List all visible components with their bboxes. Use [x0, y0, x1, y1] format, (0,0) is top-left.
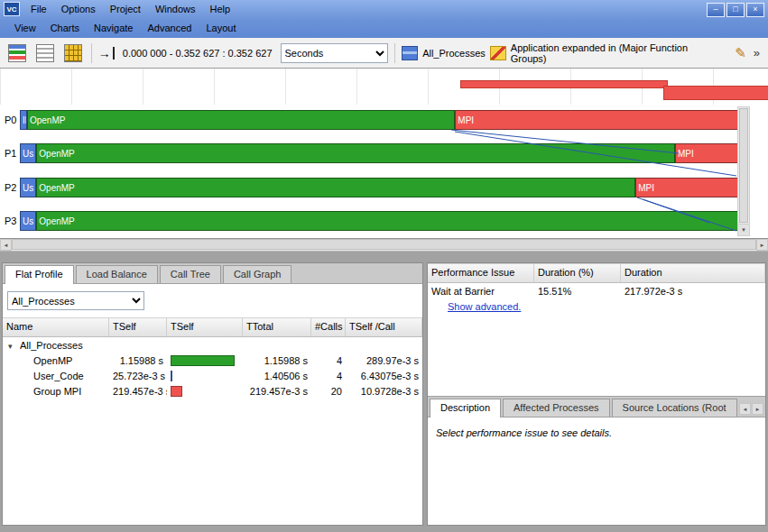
- time-unit-select[interactable]: Seconds: [281, 43, 389, 63]
- tab-load-balance[interactable]: Load Balance: [76, 265, 158, 283]
- issue-duration-pct: 15.51%: [534, 286, 621, 297]
- tself-bar: [171, 386, 182, 397]
- menu-layout[interactable]: Layout: [199, 21, 243, 35]
- event-timeline-chart[interactable]: P0 Il OpenMP MPI P1 Us OpenMP MPI P2 Us …: [0, 105, 768, 239]
- issue-table: Performance Issue Duration (%) Duration …: [428, 263, 765, 396]
- timeline-row-p0[interactable]: Il OpenMP MPI: [20, 110, 738, 130]
- openmp-segment[interactable]: OpenMP: [36, 178, 635, 197]
- tab-scroll-left-button[interactable]: ◄: [739, 403, 751, 415]
- column-header-name[interactable]: Name: [3, 318, 109, 336]
- processes-filter-label[interactable]: All_Processes: [422, 48, 486, 59]
- segment-label: OpenMP: [37, 216, 74, 226]
- menu-charts[interactable]: Charts: [43, 21, 87, 35]
- tab-source-locations[interactable]: Source Locations (Root: [612, 399, 737, 417]
- tab-flat-profile[interactable]: Flat Profile: [5, 265, 74, 284]
- mpi-segment[interactable]: MPI: [455, 110, 738, 130]
- event-timeline-icon[interactable]: [5, 41, 29, 65]
- performance-issue-panel: Performance Issue Duration (%) Duration …: [427, 262, 766, 526]
- column-header-ttotal[interactable]: TTotal: [243, 318, 311, 336]
- flat-profile-header: Name TSelf TSelf TTotal #Calls TSelf /Ca…: [3, 317, 422, 337]
- menu-project[interactable]: Project: [103, 2, 148, 16]
- scroll-right-button[interactable]: ►: [756, 239, 768, 251]
- tself-call-value: 289.97e-3 s: [346, 355, 422, 366]
- group-name: All_Processes: [20, 340, 83, 351]
- restore-button[interactable]: □: [726, 3, 745, 17]
- segment-label: OpenMP: [28, 115, 65, 125]
- timeline-overview[interactable]: [0, 68, 768, 105]
- timeline-horizontal-scrollbar[interactable]: ◄ ►: [0, 239, 768, 252]
- summary-chart-icon[interactable]: [33, 41, 57, 65]
- function-aggregation-icon[interactable]: [490, 46, 506, 60]
- pencil-icon[interactable]: ✎: [735, 45, 746, 61]
- tab-affected-processes[interactable]: Affected Processes: [503, 399, 610, 417]
- segment-label: MPI: [676, 149, 694, 159]
- timeline-row-p3[interactable]: Us OpenMP: [20, 211, 738, 231]
- tself-call-value: 6.43075e-3 s: [346, 371, 422, 381]
- profile-row-group[interactable]: ▾All_Processes: [3, 337, 422, 353]
- openmp-segment[interactable]: OpenMP: [36, 143, 675, 163]
- scroll-down-button[interactable]: ▼: [738, 224, 749, 235]
- mpi-segment[interactable]: MPI: [675, 143, 738, 163]
- toolbar-overflow-button[interactable]: »: [751, 46, 763, 60]
- minimize-button[interactable]: –: [707, 3, 725, 17]
- openmp-segment[interactable]: OpenMP: [27, 110, 455, 130]
- user-code-segment[interactable]: Us: [20, 178, 36, 197]
- column-header-calls[interactable]: #Calls: [311, 318, 346, 336]
- timeline-row-p1[interactable]: Us OpenMP MPI: [20, 143, 738, 163]
- function-name: User_Code: [3, 371, 109, 381]
- processes-filter-icon[interactable]: [402, 46, 418, 60]
- expander-icon[interactable]: ▾: [8, 342, 20, 351]
- goto-time-icon[interactable]: →: [98, 47, 115, 60]
- profile-row-openmp[interactable]: OpenMP 1.15988 s 1.15988 s 4 289.97e-3 s: [3, 353, 422, 368]
- scroll-left-button[interactable]: ◄: [0, 239, 12, 251]
- process-group-select[interactable]: All_Processes: [7, 291, 144, 310]
- segment-label: Us: [21, 216, 33, 226]
- close-button[interactable]: ×: [746, 3, 764, 17]
- issue-table-header: Performance Issue Duration (%) Duration: [428, 263, 765, 283]
- menu-help[interactable]: Help: [203, 2, 238, 16]
- menu-navigate[interactable]: Navigate: [87, 21, 140, 35]
- qualitative-timeline-icon[interactable]: [61, 41, 85, 65]
- issue-row[interactable]: Wait at Barrier 15.51% 217.972e-3 s: [428, 283, 765, 298]
- tab-scroll-buttons: ◄ ►: [739, 403, 765, 417]
- timeline-vertical-scrollbar[interactable]: ▼: [737, 106, 750, 236]
- toolbar-separator: [91, 43, 92, 63]
- menu-windows[interactable]: Windows: [148, 2, 203, 16]
- profile-row-group-mpi[interactable]: Group MPI 219.457e-3 s 219.457e-3 s 20 1…: [3, 383, 422, 399]
- profile-row-user-code[interactable]: User_Code 25.723e-3 s 1.40506 s 4 6.4307…: [3, 368, 422, 383]
- profile-tabs: Flat Profile Load Balance Call Tree Call…: [3, 263, 422, 284]
- tab-call-graph[interactable]: Call Graph: [223, 265, 292, 283]
- menu-advanced[interactable]: Advanced: [140, 21, 199, 35]
- column-header-tself[interactable]: TSelf: [109, 318, 167, 336]
- flat-profile-table: Name TSelf TSelf TTotal #Calls TSelf /Ca…: [3, 317, 422, 399]
- column-header-duration-pct[interactable]: Duration (%): [534, 264, 621, 282]
- tab-scroll-right-button[interactable]: ►: [752, 403, 763, 415]
- column-header-duration[interactable]: Duration: [621, 264, 765, 282]
- user-code-segment[interactable]: Us: [20, 143, 36, 163]
- user-code-segment[interactable]: Us: [20, 211, 36, 231]
- column-header-tself-call[interactable]: TSelf /Call: [346, 318, 422, 336]
- show-advanced-link[interactable]: Show advanced.: [448, 301, 521, 312]
- segment-label: Us: [21, 183, 33, 193]
- user-code-segment[interactable]: Il: [20, 110, 27, 130]
- ttotal-value: 1.40506 s: [243, 371, 311, 381]
- menu-view[interactable]: View: [7, 21, 43, 35]
- segment-label: Us: [21, 149, 33, 159]
- function-aggregation-label[interactable]: Application expanded in (Major Function …: [511, 42, 726, 64]
- timeline-row-p2[interactable]: Us OpenMP MPI: [20, 178, 738, 197]
- summary-chart-icon-art: [36, 44, 54, 62]
- tab-description[interactable]: Description: [430, 399, 501, 417]
- column-header-tself-bar[interactable]: TSelf: [167, 318, 243, 336]
- openmp-segment[interactable]: OpenMP: [36, 211, 738, 231]
- scrollbar-thumb[interactable]: [12, 239, 756, 250]
- tself-value: 25.723e-3 s: [109, 371, 167, 381]
- tab-call-tree[interactable]: Call Tree: [160, 265, 221, 283]
- menu-options[interactable]: Options: [54, 2, 103, 16]
- menu-file[interactable]: File: [23, 2, 54, 16]
- column-header-performance-issue[interactable]: Performance Issue: [428, 264, 534, 282]
- mpi-segment[interactable]: MPI: [635, 178, 738, 197]
- event-timeline-icon-art: [8, 44, 26, 62]
- scrollbar-thumb[interactable]: [739, 108, 748, 223]
- tself-value: 219.457e-3 s: [109, 386, 167, 397]
- profile-panel: Flat Profile Load Balance Call Tree Call…: [2, 262, 423, 526]
